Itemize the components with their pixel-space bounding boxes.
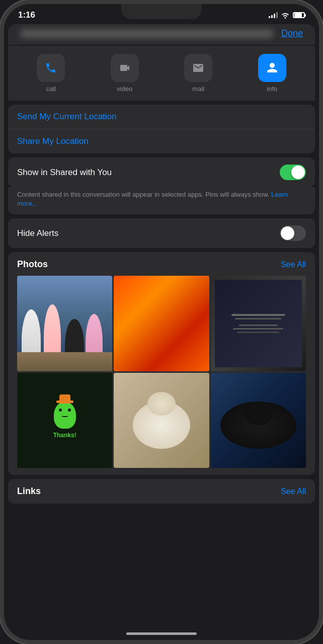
info-label: info [267,85,277,93]
hide-alerts-row: Hide Alerts [17,218,306,248]
notch [121,4,202,19]
photo-4[interactable]: Thanks! [17,373,112,468]
shared-with-you-section: Show in Shared with You [8,157,315,187]
call-button[interactable]: call [16,54,86,93]
phone-frame: 1:16 Do [0,0,323,644]
photo-2[interactable] [114,276,209,371]
send-location-button[interactable]: Send My Current Location [8,105,315,129]
action-buttons-row: call video [16,54,307,93]
photos-grid: Thanks! [17,276,306,468]
call-label: call [46,85,56,93]
links-section: Links See All [8,479,315,504]
mail-icon [192,62,204,74]
battery-icon [293,12,305,18]
mail-button[interactable]: mail [164,54,233,93]
location-section: Send My Current Location Share My Locati… [8,105,315,153]
status-icons [269,12,305,19]
photo-6[interactable] [211,373,306,468]
photo-3[interactable] [211,276,306,371]
info-button[interactable]: info [237,54,307,93]
action-buttons-section: call video [8,46,315,101]
signal-icon [269,12,278,18]
hide-alerts-toggle[interactable] [280,225,306,241]
phone-screen: 1:16 Do [4,4,319,640]
wifi-icon [281,12,290,19]
video-button[interactable]: video [90,54,160,93]
done-button[interactable]: Done [281,28,303,39]
photos-see-all-button[interactable]: See All [281,260,306,269]
shared-with-you-toggle[interactable] [280,165,306,180]
mail-label: mail [192,85,204,93]
photo-1[interactable] [17,276,112,371]
video-icon [119,62,131,74]
phone-icon [45,62,57,74]
contact-name-blurred [20,29,273,38]
hide-alerts-label: Hide Alerts [17,228,58,238]
bottom-spacer [4,508,319,528]
photos-header: Photos See All [17,259,306,270]
home-indicator [126,632,197,635]
shared-description: Content shared in this conversation will… [8,187,315,214]
contact-header: Done [8,24,315,45]
links-see-all-button[interactable]: See All [281,487,306,496]
shared-with-you-row: Show in Shared with You [17,157,306,187]
photos-title: Photos [17,259,48,270]
links-title: Links [17,486,41,497]
video-label: video [117,85,132,93]
status-time: 1:16 [18,10,35,20]
main-content: Done call [4,22,319,528]
shared-with-you-label: Show in Shared with You [17,168,112,178]
share-location-button[interactable]: Share My Location [8,129,315,153]
info-person-icon [266,62,278,74]
photo-5[interactable] [114,373,209,468]
photos-section: Photos See All [8,252,315,475]
hide-alerts-section: Hide Alerts [8,218,315,248]
